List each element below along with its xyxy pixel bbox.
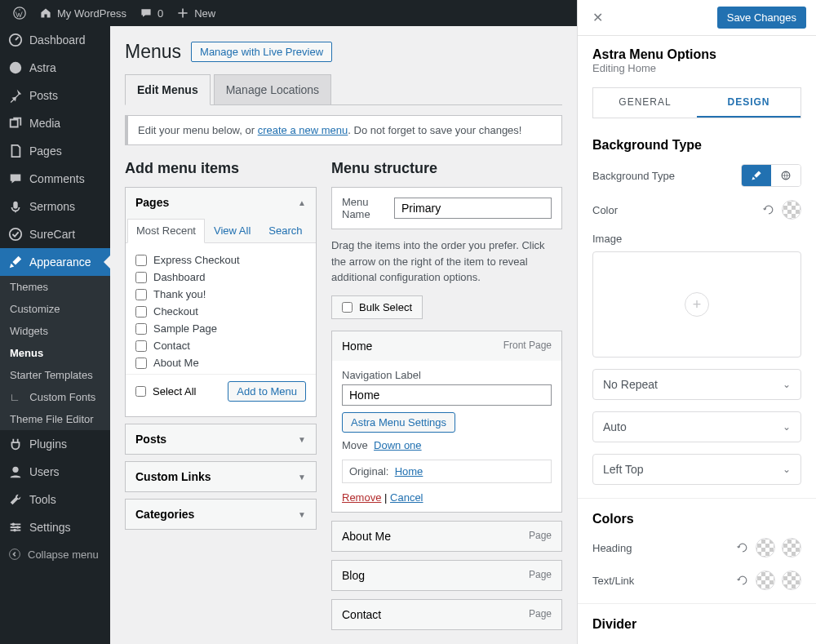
sub-theme-editor[interactable]: Theme File Editor	[0, 408, 110, 430]
appearance-submenu: Themes Customize Widgets Menus Starter T…	[0, 276, 110, 430]
page-item[interactable]: Contact	[135, 337, 306, 354]
wp-logo[interactable]	[7, 0, 33, 26]
subtab-recent[interactable]: Most Recent	[127, 219, 205, 243]
image-uploader[interactable]: +	[592, 251, 801, 358]
sub-starter[interactable]: Starter Templates	[0, 364, 110, 386]
acc-head-pages[interactable]: Pages▲	[126, 188, 316, 217]
select-all[interactable]: Select All	[135, 385, 196, 398]
sidebar-item-media[interactable]: Media	[0, 109, 110, 137]
wrench-icon	[8, 492, 23, 507]
sidebar-item-tools[interactable]: Tools	[0, 486, 110, 513]
pages-checklist: Express Checkout Dashboard Thank you! Ch…	[126, 243, 316, 374]
new-link[interactable]: New	[170, 0, 222, 26]
menu-item-header[interactable]: HomeFront Page	[332, 331, 561, 361]
acc-head-custom[interactable]: Custom Links▼	[126, 462, 316, 491]
create-menu-link[interactable]: create a new menu	[258, 124, 348, 136]
sidebar-item-plugins[interactable]: Plugins	[0, 430, 110, 458]
sidebar-item-settings[interactable]: Settings	[0, 513, 110, 541]
acc-head-posts[interactable]: Posts▼	[126, 424, 316, 454]
accordion-categories: Categories▼	[125, 499, 317, 530]
textlink-color-label: Text/Link	[592, 575, 634, 587]
caret-down-icon: ▼	[298, 510, 306, 519]
reset-icon[interactable]	[762, 203, 775, 216]
heading-swatch-2[interactable]	[782, 538, 801, 557]
sub-themes[interactable]: Themes	[0, 276, 110, 298]
sidebar-item-posts[interactable]: Posts	[0, 82, 110, 109]
original-link[interactable]: Home	[395, 465, 424, 477]
page-item[interactable]: Dashboard	[135, 269, 306, 286]
reset-icon[interactable]	[736, 574, 749, 587]
menu-item-header[interactable]: About MePage	[332, 522, 561, 551]
bg-type-toggle	[741, 164, 801, 187]
collapse-icon	[8, 548, 21, 561]
page-item[interactable]: Express Checkout	[135, 251, 306, 269]
sliders-icon	[8, 520, 23, 535]
subtab-viewall[interactable]: View All	[205, 219, 259, 242]
bulk-select[interactable]: Bulk Select	[331, 295, 423, 319]
sub-customize[interactable]: Customize	[0, 298, 110, 320]
site-link[interactable]: My WordPress	[33, 0, 133, 26]
site-name: My WordPress	[57, 7, 126, 20]
sidebar-item-users[interactable]: Users	[0, 458, 110, 486]
sidebar-item-surecart[interactable]: SureCart	[0, 220, 110, 248]
reset-icon[interactable]	[736, 541, 749, 554]
panel-subtitle: Editing Home	[592, 62, 801, 74]
page-item[interactable]: Thank you!	[135, 286, 306, 303]
accordion-posts: Posts▼	[125, 424, 317, 455]
sidebar-item-sermons[interactable]: Sermons	[0, 193, 110, 220]
caret-down-icon: ▼	[298, 473, 306, 482]
sidebar-item-dashboard[interactable]: Dashboard	[0, 26, 110, 54]
sub-widgets[interactable]: Widgets	[0, 320, 110, 342]
sidebar-item-astra[interactable]: Astra	[0, 54, 110, 82]
page-title: Menus	[125, 41, 181, 63]
color-swatch[interactable]	[782, 200, 801, 220]
live-preview-button[interactable]: Manage with Live Preview	[191, 42, 332, 62]
sub-menus[interactable]: Menus	[0, 342, 110, 364]
svg-point-2	[10, 62, 21, 73]
tab-edit-menus[interactable]: Edit Menus	[125, 74, 211, 105]
menu-item-header[interactable]: ContactPage	[332, 600, 561, 629]
page-item[interactable]: Sample Page	[135, 320, 306, 337]
panel-tab-design[interactable]: DESIGN	[697, 88, 800, 118]
menu-name-input[interactable]	[394, 198, 552, 219]
bg-type-color[interactable]	[742, 165, 771, 186]
sidebar-item-pages[interactable]: Pages	[0, 137, 110, 165]
bg-type-gradient[interactable]	[771, 165, 800, 186]
sidebar-item-appearance[interactable]: Appearance	[0, 248, 110, 276]
textlink-swatch-2[interactable]	[782, 571, 801, 590]
original-box: Original: Home	[342, 460, 552, 483]
label: Pages	[29, 144, 62, 158]
accordion-pages: Pages▲ Most Recent View All Search Expre…	[125, 187, 317, 417]
astra-panel: ✕ Save Changes Astra Menu Options Editin…	[577, 0, 816, 644]
cancel-link[interactable]: Cancel	[390, 491, 423, 504]
size-select[interactable]: Auto⌄	[592, 411, 801, 442]
astra-settings-button[interactable]: Astra Menu Settings	[342, 412, 455, 433]
mic-icon	[8, 199, 23, 214]
tab-manage-locations[interactable]: Manage Locations	[214, 74, 331, 104]
sidebar-item-comments[interactable]: Comments	[0, 165, 110, 193]
move-down-link[interactable]: Down one	[374, 439, 422, 451]
save-changes-button[interactable]: Save Changes	[717, 7, 806, 29]
nav-label-input[interactable]	[342, 384, 552, 406]
panel-tab-general[interactable]: GENERAL	[593, 88, 697, 118]
colors-section-title: Colors	[592, 512, 801, 526]
repeat-select[interactable]: No Repeat⌄	[592, 369, 801, 400]
comments-count: 0	[157, 7, 163, 20]
menu-item-header[interactable]: BlogPage	[332, 561, 561, 590]
position-select[interactable]: Left Top⌄	[592, 454, 801, 485]
close-icon[interactable]: ✕	[588, 8, 608, 27]
label: SureCart	[29, 228, 75, 241]
remove-link[interactable]: Remove	[342, 491, 381, 504]
page-item[interactable]: Checkout	[135, 303, 306, 320]
add-to-menu-button[interactable]: Add to Menu	[228, 381, 306, 402]
comments-link[interactable]: 0	[133, 0, 170, 26]
new-label: New	[194, 7, 215, 20]
heading-swatch-1[interactable]	[756, 538, 775, 557]
admin-sidebar: Dashboard Astra Posts Media Pages Commen…	[0, 26, 110, 644]
page-item[interactable]: About Me	[135, 354, 306, 371]
collapse-menu[interactable]: Collapse menu	[0, 541, 110, 567]
acc-head-categories[interactable]: Categories▼	[126, 500, 316, 529]
subtab-search[interactable]: Search	[259, 219, 311, 242]
textlink-swatch-1[interactable]	[756, 571, 775, 590]
sub-fonts[interactable]: ∟ Custom Fonts	[0, 386, 110, 408]
